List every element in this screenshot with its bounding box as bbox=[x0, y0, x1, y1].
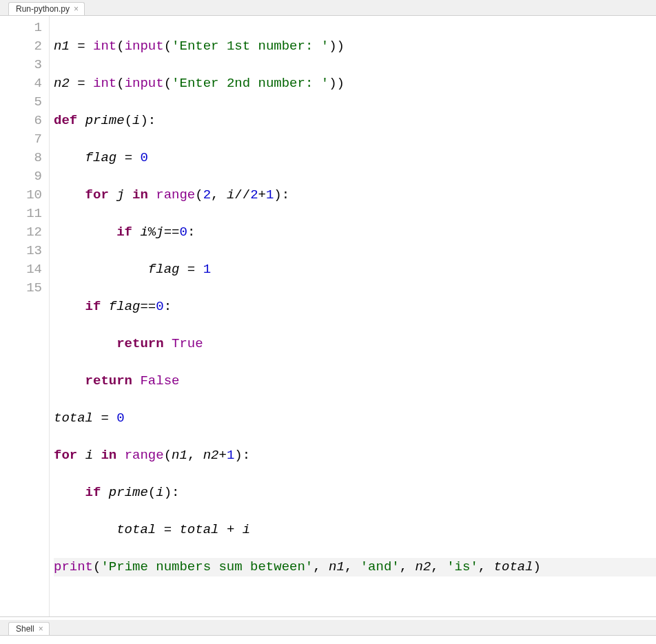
line-number: 14 bbox=[3, 260, 42, 279]
code-line[interactable]: if flag==0: bbox=[54, 298, 656, 316]
line-number: 5 bbox=[3, 93, 42, 112]
line-number: 3 bbox=[3, 56, 42, 74]
line-number: 13 bbox=[3, 242, 42, 260]
code-line[interactable]: if prime(i): bbox=[54, 484, 656, 502]
editor-tab[interactable]: Run-python.py × bbox=[8, 2, 85, 15]
editor-tab-bar: Run-python.py × bbox=[0, 0, 656, 16]
line-number: 15 bbox=[3, 279, 42, 298]
code-line[interactable]: def prime(i): bbox=[54, 112, 656, 130]
line-number: 10 bbox=[3, 186, 42, 205]
code-line[interactable]: print('Prime numbers sum between', n1, '… bbox=[54, 558, 656, 577]
code-line[interactable]: for i in range(n1, n2+1): bbox=[54, 446, 656, 465]
line-number: 8 bbox=[3, 149, 42, 167]
line-number: 1 bbox=[3, 19, 42, 37]
editor-tab-label: Run-python.py bbox=[16, 4, 70, 14]
line-number: 6 bbox=[3, 112, 42, 130]
editor-pane: 123456789101112131415 n1 = int(input('En… bbox=[0, 16, 656, 617]
shell-tab[interactable]: Shell × bbox=[8, 622, 50, 635]
code-line[interactable]: n2 = int(input('Enter 2nd number: ')) bbox=[54, 74, 656, 93]
code-line[interactable]: return True bbox=[54, 335, 656, 353]
line-gutter: 123456789101112131415 bbox=[0, 16, 50, 616]
close-icon[interactable]: × bbox=[74, 5, 79, 13]
shell-output[interactable]: Enter 1st number: 3Enter 2nd number: 4Pr… bbox=[0, 636, 656, 644]
line-number: 11 bbox=[3, 205, 42, 223]
line-number: 4 bbox=[3, 74, 42, 93]
code-line[interactable]: flag = 1 bbox=[54, 260, 656, 279]
code-line[interactable]: n1 = int(input('Enter 1st number: ')) bbox=[54, 37, 656, 56]
code-line[interactable]: total = total + i bbox=[54, 521, 656, 539]
code-line[interactable]: for j in range(2, i//2+1): bbox=[54, 186, 656, 205]
line-number: 12 bbox=[3, 223, 42, 242]
code-line[interactable]: total = 0 bbox=[54, 409, 656, 428]
shell-tab-label: Shell bbox=[16, 624, 34, 634]
shell-tab-bar: Shell × bbox=[0, 620, 656, 636]
code-area[interactable]: n1 = int(input('Enter 1st number: ')) n2… bbox=[50, 16, 656, 616]
close-icon[interactable]: × bbox=[39, 625, 43, 633]
shell-pane: Enter 1st number: 3Enter 2nd number: 4Pr… bbox=[0, 636, 656, 644]
code-line[interactable]: if i%j==0: bbox=[54, 223, 656, 242]
line-number: 2 bbox=[3, 37, 42, 56]
code-line[interactable]: flag = 0 bbox=[54, 149, 656, 167]
code-line[interactable]: return False bbox=[54, 372, 656, 391]
line-number: 9 bbox=[3, 167, 42, 186]
line-number: 7 bbox=[3, 130, 42, 149]
